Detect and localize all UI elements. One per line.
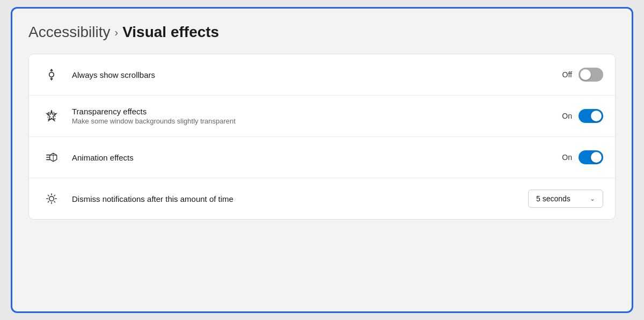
animation-icon: [41, 147, 62, 168]
transparency-description: Make some window backgrounds slightly tr…: [72, 117, 562, 125]
scrollbars-icon: [41, 64, 62, 85]
setting-row-notifications: Dismiss notifications after this amount …: [29, 178, 615, 219]
svg-point-10: [49, 197, 54, 201]
svg-line-16: [54, 201, 55, 202]
scrollbars-thumb: [580, 69, 591, 80]
scrollbars-toggle-label: Off: [562, 70, 572, 79]
transparency-label: Transparency effects: [72, 107, 562, 116]
settings-list: Always show scrollbars Off: [28, 54, 616, 220]
animation-toggle-label: On: [562, 153, 572, 162]
setting-row-animation: Animation effects On: [29, 137, 615, 178]
notifications-control: 5 seconds ⌄: [528, 190, 603, 208]
breadcrumb-parent[interactable]: Accessibility: [28, 24, 110, 41]
scrollbars-control: Off: [562, 68, 603, 82]
scrollbars-toggle[interactable]: [579, 68, 603, 82]
transparency-control: On: [562, 109, 603, 123]
settings-window: Accessibility › Visual effects Always sh…: [11, 7, 633, 313]
svg-line-17: [54, 195, 55, 196]
page-title: Visual effects: [122, 24, 219, 41]
transparency-toggle-label: On: [562, 112, 572, 120]
transparency-toggle[interactable]: [579, 109, 603, 123]
svg-line-15: [48, 195, 49, 196]
breadcrumb: Accessibility › Visual effects: [28, 24, 616, 41]
setting-row-transparency: Transparency effects Make some window ba…: [29, 96, 615, 137]
svg-line-18: [48, 201, 49, 202]
animation-control: On: [562, 150, 603, 164]
transparency-icon: [41, 105, 62, 127]
notifications-label: Dismiss notifications after this amount …: [72, 194, 528, 203]
transparency-content: Transparency effects Make some window ba…: [72, 107, 562, 125]
scrollbars-label: Always show scrollbars: [72, 70, 562, 79]
chevron-down-icon: ⌄: [590, 195, 595, 202]
animation-toggle[interactable]: [579, 150, 603, 164]
setting-row-scrollbars: Always show scrollbars Off: [29, 54, 615, 96]
notifications-dropdown[interactable]: 5 seconds ⌄: [528, 190, 603, 208]
animation-content: Animation effects: [72, 153, 562, 162]
chevron-icon: ›: [114, 26, 118, 39]
dropdown-value: 5 seconds: [536, 194, 570, 203]
notifications-content: Dismiss notifications after this amount …: [72, 194, 528, 203]
animation-label: Animation effects: [72, 153, 562, 162]
scrollbars-content: Always show scrollbars: [72, 70, 562, 79]
notifications-icon: [41, 188, 62, 209]
svg-point-0: [49, 72, 54, 77]
animation-thumb: [591, 152, 602, 163]
transparency-thumb: [591, 111, 602, 121]
